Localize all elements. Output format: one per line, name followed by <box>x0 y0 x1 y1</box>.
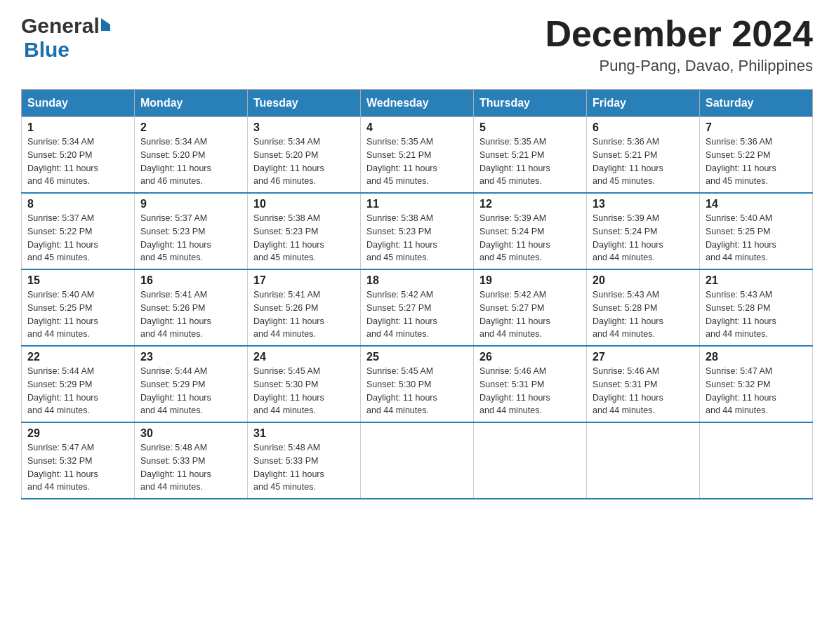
day-info: Sunrise: 5:34 AMSunset: 5:20 PMDaylight:… <box>253 135 355 188</box>
table-row: 9 Sunrise: 5:37 AMSunset: 5:23 PMDayligh… <box>135 193 248 269</box>
week-row-1: 1 Sunrise: 5:34 AMSunset: 5:20 PMDayligh… <box>22 117 813 194</box>
day-info: Sunrise: 5:42 AMSunset: 5:27 PMDaylight:… <box>479 288 581 341</box>
day-info: Sunrise: 5:40 AMSunset: 5:25 PMDaylight:… <box>27 288 128 341</box>
table-row: 2 Sunrise: 5:34 AMSunset: 5:20 PMDayligh… <box>135 117 248 194</box>
week-row-4: 22 Sunrise: 5:44 AMSunset: 5:29 PMDaylig… <box>22 346 813 422</box>
logo-blue-text: Blue <box>24 38 70 61</box>
title-block: December 2024 Pung-Pang, Davao, Philippi… <box>545 14 813 75</box>
day-info: Sunrise: 5:40 AMSunset: 5:25 PMDaylight:… <box>706 212 807 264</box>
table-row: 18 Sunrise: 5:42 AMSunset: 5:27 PMDaylig… <box>361 269 474 346</box>
table-row: 24 Sunrise: 5:45 AMSunset: 5:30 PMDaylig… <box>248 346 361 422</box>
day-number: 1 <box>27 121 128 134</box>
day-number: 18 <box>366 274 468 287</box>
table-row: 19 Sunrise: 5:42 AMSunset: 5:27 PMDaylig… <box>474 269 587 346</box>
day-info: Sunrise: 5:37 AMSunset: 5:23 PMDaylight:… <box>140 212 241 264</box>
day-info: Sunrise: 5:35 AMSunset: 5:21 PMDaylight:… <box>366 135 468 188</box>
table-row: 23 Sunrise: 5:44 AMSunset: 5:29 PMDaylig… <box>135 346 248 422</box>
day-info: Sunrise: 5:46 AMSunset: 5:31 PMDaylight:… <box>479 365 581 417</box>
table-row: 27 Sunrise: 5:46 AMSunset: 5:31 PMDaylig… <box>587 346 700 422</box>
day-info: Sunrise: 5:38 AMSunset: 5:23 PMDaylight:… <box>366 212 468 264</box>
day-info: Sunrise: 5:44 AMSunset: 5:29 PMDaylight:… <box>27 365 128 417</box>
day-info: Sunrise: 5:47 AMSunset: 5:32 PMDaylight:… <box>27 441 128 494</box>
day-number: 7 <box>706 121 807 134</box>
table-row: 30 Sunrise: 5:48 AMSunset: 5:33 PMDaylig… <box>135 422 248 499</box>
day-number: 6 <box>593 121 694 134</box>
header-saturday: Saturday <box>700 90 813 117</box>
day-number: 26 <box>479 351 581 363</box>
day-info: Sunrise: 5:43 AMSunset: 5:28 PMDaylight:… <box>593 288 694 341</box>
table-row: 10 Sunrise: 5:38 AMSunset: 5:23 PMDaylig… <box>248 193 361 269</box>
day-info: Sunrise: 5:34 AMSunset: 5:20 PMDaylight:… <box>140 135 241 188</box>
day-info: Sunrise: 5:43 AMSunset: 5:28 PMDaylight:… <box>706 288 807 341</box>
logo: General Blue <box>21 14 110 62</box>
table-row: 14 Sunrise: 5:40 AMSunset: 5:25 PMDaylig… <box>700 193 813 269</box>
day-number: 9 <box>140 198 241 210</box>
table-row: 3 Sunrise: 5:34 AMSunset: 5:20 PMDayligh… <box>248 117 361 194</box>
header-wednesday: Wednesday <box>361 90 474 117</box>
day-number: 12 <box>479 198 581 210</box>
day-number: 31 <box>253 427 355 440</box>
day-info: Sunrise: 5:48 AMSunset: 5:33 PMDaylight:… <box>253 441 355 494</box>
day-number: 11 <box>366 198 468 210</box>
week-row-2: 8 Sunrise: 5:37 AMSunset: 5:22 PMDayligh… <box>22 193 813 269</box>
day-number: 15 <box>27 274 128 287</box>
table-row: 28 Sunrise: 5:47 AMSunset: 5:32 PMDaylig… <box>700 346 813 422</box>
day-number: 25 <box>366 351 468 363</box>
table-row: 8 Sunrise: 5:37 AMSunset: 5:22 PMDayligh… <box>22 193 135 269</box>
day-number: 30 <box>140 427 241 440</box>
day-number: 14 <box>706 198 807 210</box>
day-number: 2 <box>140 121 241 134</box>
table-row <box>361 422 474 499</box>
day-info: Sunrise: 5:44 AMSunset: 5:29 PMDaylight:… <box>140 365 241 417</box>
table-row: 13 Sunrise: 5:39 AMSunset: 5:24 PMDaylig… <box>587 193 700 269</box>
day-info: Sunrise: 5:41 AMSunset: 5:26 PMDaylight:… <box>253 288 355 341</box>
month-title: December 2024 <box>545 14 813 54</box>
day-number: 24 <box>253 351 355 363</box>
table-row: 6 Sunrise: 5:36 AMSunset: 5:21 PMDayligh… <box>587 117 700 194</box>
calendar-header-row: Sunday Monday Tuesday Wednesday Thursday… <box>22 90 813 117</box>
day-number: 29 <box>27 427 128 440</box>
day-info: Sunrise: 5:45 AMSunset: 5:30 PMDaylight:… <box>253 365 355 417</box>
header-friday: Friday <box>587 90 700 117</box>
table-row: 26 Sunrise: 5:46 AMSunset: 5:31 PMDaylig… <box>474 346 587 422</box>
table-row: 12 Sunrise: 5:39 AMSunset: 5:24 PMDaylig… <box>474 193 587 269</box>
table-row: 31 Sunrise: 5:48 AMSunset: 5:33 PMDaylig… <box>248 422 361 499</box>
day-number: 10 <box>253 198 355 210</box>
day-info: Sunrise: 5:45 AMSunset: 5:30 PMDaylight:… <box>366 365 468 417</box>
day-info: Sunrise: 5:41 AMSunset: 5:26 PMDaylight:… <box>140 288 241 341</box>
day-info: Sunrise: 5:34 AMSunset: 5:20 PMDaylight:… <box>27 135 128 188</box>
table-row <box>474 422 587 499</box>
week-row-3: 15 Sunrise: 5:40 AMSunset: 5:25 PMDaylig… <box>22 269 813 346</box>
day-number: 3 <box>253 121 355 134</box>
table-row: 11 Sunrise: 5:38 AMSunset: 5:23 PMDaylig… <box>361 193 474 269</box>
table-row: 16 Sunrise: 5:41 AMSunset: 5:26 PMDaylig… <box>135 269 248 346</box>
day-number: 16 <box>140 274 241 287</box>
table-row: 21 Sunrise: 5:43 AMSunset: 5:28 PMDaylig… <box>700 269 813 346</box>
table-row: 17 Sunrise: 5:41 AMSunset: 5:26 PMDaylig… <box>248 269 361 346</box>
day-info: Sunrise: 5:39 AMSunset: 5:24 PMDaylight:… <box>479 212 581 264</box>
week-row-5: 29 Sunrise: 5:47 AMSunset: 5:32 PMDaylig… <box>22 422 813 499</box>
day-number: 4 <box>366 121 468 134</box>
day-number: 5 <box>479 121 581 134</box>
logo-general-text: General <box>21 14 100 38</box>
day-number: 17 <box>253 274 355 287</box>
page-header: General Blue December 2024 Pung-Pang, Da… <box>21 14 813 75</box>
day-info: Sunrise: 5:38 AMSunset: 5:23 PMDaylight:… <box>253 212 355 264</box>
table-row: 5 Sunrise: 5:35 AMSunset: 5:21 PMDayligh… <box>474 117 587 194</box>
day-info: Sunrise: 5:47 AMSunset: 5:32 PMDaylight:… <box>706 365 807 417</box>
day-number: 20 <box>593 274 694 287</box>
day-number: 19 <box>479 274 581 287</box>
day-number: 22 <box>27 351 128 363</box>
day-number: 8 <box>27 198 128 210</box>
table-row: 29 Sunrise: 5:47 AMSunset: 5:32 PMDaylig… <box>22 422 135 499</box>
header-sunday: Sunday <box>22 90 135 117</box>
day-info: Sunrise: 5:46 AMSunset: 5:31 PMDaylight:… <box>593 365 694 417</box>
location-subtitle: Pung-Pang, Davao, Philippines <box>545 57 813 75</box>
table-row <box>700 422 813 499</box>
day-info: Sunrise: 5:35 AMSunset: 5:21 PMDaylight:… <box>479 135 581 188</box>
table-row: 20 Sunrise: 5:43 AMSunset: 5:28 PMDaylig… <box>587 269 700 346</box>
day-number: 13 <box>593 198 694 210</box>
day-number: 28 <box>706 351 807 363</box>
day-info: Sunrise: 5:36 AMSunset: 5:22 PMDaylight:… <box>706 135 807 188</box>
day-info: Sunrise: 5:36 AMSunset: 5:21 PMDaylight:… <box>593 135 694 188</box>
